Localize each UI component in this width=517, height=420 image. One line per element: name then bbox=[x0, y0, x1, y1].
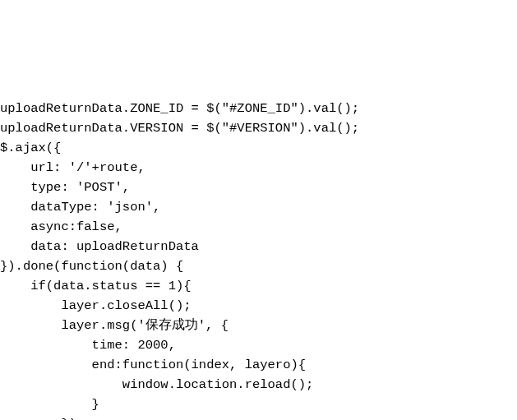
code-line: data: uploadReturnData bbox=[0, 239, 199, 254]
code-line: } bbox=[0, 397, 99, 412]
code-line: $.ajax({ bbox=[0, 141, 61, 155]
code-line: time: 2000, bbox=[0, 338, 176, 353]
code-line: layer.msg('保存成功', { bbox=[0, 318, 228, 333]
code-line: async:false, bbox=[0, 219, 122, 234]
code-line: dataType: 'json', bbox=[0, 200, 160, 215]
code-line: uploadReturnData.VERSION = $("#VERSION")… bbox=[0, 121, 359, 136]
code-block: uploadReturnData.ZONE_ID = $("#ZONE_ID")… bbox=[0, 79, 517, 420]
code-line: }); bbox=[0, 417, 84, 420]
code-line: layer.closeAll(); bbox=[0, 298, 192, 313]
code-line: end:function(index, layero){ bbox=[0, 358, 306, 372]
code-line: uploadReturnData.ZONE_ID = $("#ZONE_ID")… bbox=[0, 101, 359, 116]
code-line: window.location.reload(); bbox=[0, 377, 313, 392]
code-line: if(data.status == 1){ bbox=[0, 279, 192, 293]
code-line: type: 'POST', bbox=[0, 180, 130, 195]
code-line: }).done(function(data) { bbox=[0, 259, 183, 274]
code-line: url: '/'+route, bbox=[0, 160, 145, 175]
